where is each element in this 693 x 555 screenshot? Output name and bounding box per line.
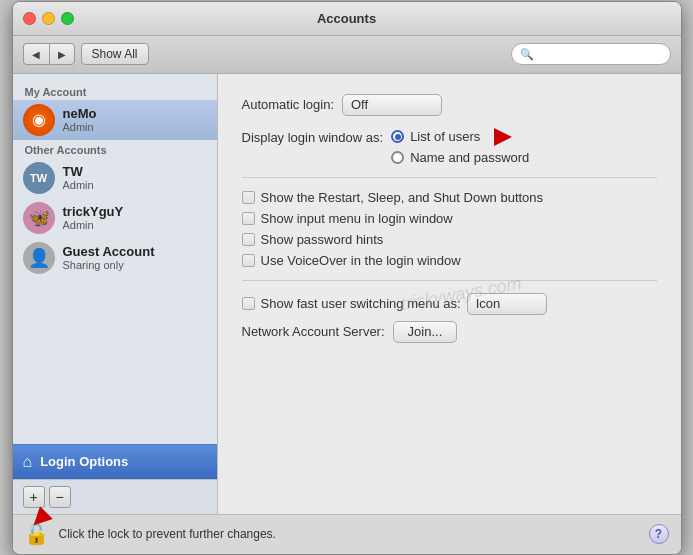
content-area: My Account ◉ neMo Admin Other Accounts T… [13, 74, 681, 514]
display-login-row: Display login window as: List of users [242, 128, 657, 165]
radio-row-name: Name and password [391, 150, 529, 165]
divider-2 [242, 280, 657, 281]
fast-switch-label: Show fast user switching menu as: [261, 296, 461, 311]
back-button[interactable]: ◀ [23, 43, 49, 65]
login-options-label: Login Options [40, 454, 128, 469]
account-name-nemo: neMo [63, 106, 97, 121]
network-row: Network Account Server: Join... [242, 321, 657, 343]
lock-hint-text: Click the lock to prevent further change… [59, 527, 276, 541]
window-title: Accounts [317, 11, 376, 26]
checkbox-input-menu-label: Show input menu in login window [261, 211, 453, 226]
guest-avatar-icon: 👤 [28, 247, 50, 269]
maximize-button[interactable] [61, 12, 74, 25]
show-all-button[interactable]: Show All [81, 43, 149, 65]
avatar-tw: TW [23, 162, 55, 194]
account-role-nemo: Admin [63, 121, 97, 133]
checkbox-password-hints[interactable] [242, 233, 255, 246]
back-icon: ◀ [32, 49, 40, 60]
radio-name-label: Name and password [410, 150, 529, 165]
auto-login-row: Automatic login: Off [242, 94, 657, 116]
checkbox-row-1: Show the Restart, Sleep, and Shut Down b… [242, 190, 657, 205]
radio-list-of-users[interactable] [391, 130, 404, 143]
radio-name-password[interactable] [391, 151, 404, 164]
search-box: 🔍 [511, 43, 671, 65]
accounts-window: Accounts ◀ ▶ Show All 🔍 My Account ◉ [12, 1, 682, 555]
fast-switch-row: Show fast user switching menu as: Icon [242, 293, 657, 315]
forward-button[interactable]: ▶ [49, 43, 75, 65]
sidebar-footer: + − [13, 479, 217, 514]
radio-row-list: List of users [391, 128, 529, 146]
checkbox-input-menu[interactable] [242, 212, 255, 225]
bottom-bar: 🔓 Click the lock to prevent further chan… [13, 514, 681, 554]
checkbox-password-hints-label: Show password hints [261, 232, 384, 247]
auto-login-select-wrapper: Off [342, 94, 442, 116]
checkbox-voiceover[interactable] [242, 254, 255, 267]
account-name-tw: TW [63, 164, 94, 179]
account-name-guest: Guest Account [63, 244, 155, 259]
network-label: Network Account Server: [242, 324, 385, 339]
fast-switch-select-wrapper: Icon [467, 293, 547, 315]
checkbox-row-3: Show password hints [242, 232, 657, 247]
account-info-guest: Guest Account Sharing only [63, 244, 155, 271]
account-item-nemo[interactable]: ◉ neMo Admin [13, 100, 217, 140]
checkbox-row-2: Show input menu in login window [242, 211, 657, 226]
fast-switch-select[interactable]: Icon [467, 293, 547, 315]
auto-login-select[interactable]: Off [342, 94, 442, 116]
search-icon: 🔍 [520, 48, 534, 61]
account-info-nemo: neMo Admin [63, 106, 97, 133]
help-button[interactable]: ? [649, 524, 669, 544]
avatar-nemo: ◉ [23, 104, 55, 136]
radio-list-label: List of users [410, 129, 480, 144]
join-button[interactable]: Join... [393, 321, 458, 343]
traffic-lights [23, 12, 74, 25]
tricky-avatar-icon: 🦋 [28, 207, 50, 229]
account-info-tw: TW Admin [63, 164, 94, 191]
minimize-button[interactable] [42, 12, 55, 25]
main-panel: trickyways.com Automatic login: Off Disp… [218, 74, 681, 514]
forward-icon: ▶ [58, 49, 66, 60]
toolbar: ◀ ▶ Show All 🔍 [13, 36, 681, 74]
divider-1 [242, 177, 657, 178]
account-info-tricky: trickYguY Admin [63, 204, 124, 231]
sidebar: My Account ◉ neMo Admin Other Accounts T… [13, 74, 218, 514]
account-role-guest: Sharing only [63, 259, 155, 271]
arrow-indicator [494, 128, 512, 146]
checkbox-voiceover-label: Use VoiceOver in the login window [261, 253, 461, 268]
close-button[interactable] [23, 12, 36, 25]
tw-avatar-text: TW [30, 172, 47, 184]
account-role-tricky: Admin [63, 219, 124, 231]
display-login-label: Display login window as: [242, 130, 384, 145]
remove-account-button[interactable]: − [49, 486, 71, 508]
account-name-tricky: trickYguY [63, 204, 124, 219]
account-item-guest[interactable]: 👤 Guest Account Sharing only [13, 238, 217, 278]
my-account-label: My Account [13, 82, 217, 100]
avatar-tricky: 🦋 [23, 202, 55, 234]
other-accounts-label: Other Accounts [13, 140, 217, 158]
account-item-tricky[interactable]: 🦋 trickYguY Admin [13, 198, 217, 238]
login-options-button[interactable]: ⌂ Login Options [13, 444, 217, 479]
lock-arrow-area: 🔓 [25, 522, 49, 546]
red-arrow-icon [494, 128, 512, 146]
checkbox-fast-switch[interactable] [242, 297, 255, 310]
nemo-avatar-icon: ◉ [32, 110, 46, 129]
house-icon: ⌂ [23, 453, 33, 471]
titlebar: Accounts [13, 2, 681, 36]
add-account-button[interactable]: + [23, 486, 45, 508]
checkbox-row-4: Use VoiceOver in the login window [242, 253, 657, 268]
checkbox-restart-label: Show the Restart, Sleep, and Shut Down b… [261, 190, 544, 205]
checkbox-restart[interactable] [242, 191, 255, 204]
account-item-tw[interactable]: TW TW Admin [13, 158, 217, 198]
accounts-list: My Account ◉ neMo Admin Other Accounts T… [13, 74, 217, 444]
avatar-guest: 👤 [23, 242, 55, 274]
display-login-options: List of users Name and password [391, 128, 529, 165]
nav-buttons: ◀ ▶ [23, 43, 75, 65]
auto-login-label: Automatic login: [242, 97, 335, 112]
account-role-tw: Admin [63, 179, 94, 191]
